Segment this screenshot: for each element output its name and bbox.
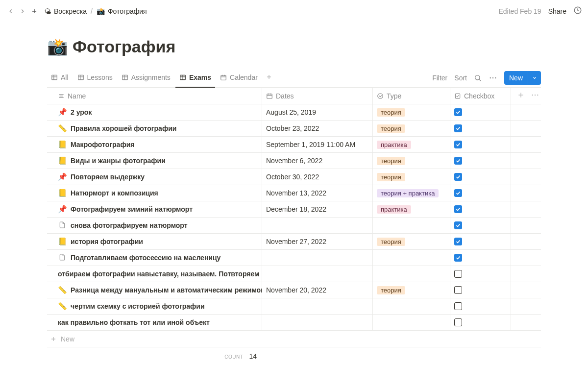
cell-checkbox[interactable] — [450, 250, 511, 266]
cell-dates[interactable]: September 1, 2019 11:00 AM — [262, 137, 372, 152]
table-row[interactable]: как правильно фоткать тот или иной объек… — [47, 315, 541, 331]
add-row-button[interactable]: New — [47, 331, 541, 347]
filter-button[interactable]: Filter — [432, 74, 447, 82]
table-row[interactable]: 📌Повторяем выдержкуOctober 30, 2022теори… — [47, 169, 541, 185]
cell-name[interactable]: 📌Повторяем выдержку — [47, 172, 262, 181]
cell-name[interactable]: как правильно фоткать тот или иной объек… — [47, 318, 262, 326]
cell-checkbox[interactable] — [450, 201, 511, 217]
column-header-type[interactable]: Type — [372, 88, 450, 104]
type-tag[interactable]: теория — [377, 286, 405, 294]
column-header-name[interactable]: Name — [47, 92, 262, 100]
cell-checkbox[interactable] — [450, 315, 511, 330]
type-tag[interactable]: практика — [377, 141, 411, 149]
cell-checkbox[interactable] — [450, 218, 511, 233]
new-button-chevron[interactable] — [528, 71, 541, 85]
column-header-dates[interactable]: Dates — [262, 88, 372, 104]
view-tab-assignments[interactable]: Assignments — [118, 69, 174, 88]
checkbox[interactable] — [454, 205, 462, 213]
cell-checkbox[interactable] — [450, 298, 511, 314]
more-icon[interactable] — [489, 73, 497, 82]
cell-checkbox[interactable] — [450, 185, 511, 201]
table-row[interactable]: 📒МакрофотографияSeptember 1, 2019 11:00 … — [47, 137, 541, 153]
type-tag[interactable]: теория — [377, 238, 405, 246]
cell-type[interactable]: теория — [372, 282, 450, 298]
cell-type[interactable]: теория + практика — [372, 185, 450, 201]
cell-name[interactable]: снова фотографируем натюрморт — [47, 221, 262, 230]
cell-type[interactable] — [372, 298, 450, 314]
cell-dates[interactable]: November 6, 2022 — [262, 153, 372, 169]
cell-type[interactable]: теория — [372, 234, 450, 249]
checkbox[interactable] — [454, 270, 462, 278]
checkbox[interactable] — [454, 108, 462, 116]
cell-name[interactable]: Подготавливаем фотосессию на масленицу — [47, 253, 262, 263]
table-row[interactable]: 📌Фотографируем зимний натюрмортDecember … — [47, 201, 541, 218]
table-row[interactable]: 📒история фотографииNovember 27, 2022теор… — [47, 234, 541, 250]
sort-button[interactable]: Sort — [454, 74, 467, 82]
cell-checkbox[interactable] — [450, 282, 511, 298]
cell-name[interactable]: 📏Правила хорошей фотографии — [47, 124, 262, 133]
cell-name[interactable]: 📒Натюрморт и композиция — [47, 189, 262, 197]
new-button[interactable]: New — [504, 71, 541, 85]
cell-dates[interactable] — [262, 266, 372, 282]
share-button[interactable]: Share — [548, 7, 566, 15]
new-tab-button[interactable] — [29, 6, 39, 16]
cell-dates[interactable] — [262, 298, 372, 314]
checkbox[interactable] — [454, 318, 462, 326]
cell-type[interactable]: теория — [372, 121, 450, 136]
checkbox[interactable] — [454, 189, 462, 197]
column-header-checkbox[interactable]: Checkbox — [450, 88, 511, 104]
cell-type[interactable] — [372, 218, 450, 233]
breadcrumb[interactable]: 🌤 Воскреска / 📸 Фотография — [44, 7, 147, 15]
cell-checkbox[interactable] — [450, 169, 511, 185]
checkbox[interactable] — [454, 173, 462, 181]
cell-checkbox[interactable] — [450, 104, 511, 120]
table-row[interactable]: отбираем фотографии навыставку, называем… — [47, 266, 541, 282]
checkbox[interactable] — [454, 221, 462, 229]
cell-dates[interactable] — [262, 250, 372, 266]
cell-name[interactable]: 📒Макрофотография — [47, 140, 262, 149]
cell-checkbox[interactable] — [450, 153, 511, 169]
column-options-button[interactable] — [531, 91, 539, 101]
count-cell[interactable]: COUNT 14 — [47, 352, 262, 360]
table-row[interactable]: 📏Разница между мануальным и автоматическ… — [47, 282, 541, 298]
cell-name[interactable]: 📒история фотографии — [47, 237, 262, 246]
cell-dates[interactable]: December 18, 2022 — [262, 201, 372, 217]
type-tag[interactable]: теория — [377, 108, 405, 117]
updates-icon[interactable] — [573, 6, 582, 16]
page-title[interactable]: 📸 Фотография — [47, 37, 541, 56]
cell-checkbox[interactable] — [450, 121, 511, 136]
cell-type[interactable] — [372, 266, 450, 282]
type-tag[interactable]: теория — [377, 157, 405, 165]
cell-type[interactable]: теория — [372, 153, 450, 169]
checkbox[interactable] — [454, 254, 462, 262]
view-tab-all[interactable]: All — [47, 69, 73, 88]
table-row[interactable]: 📒Натюрморт и композицияNovember 13, 2022… — [47, 185, 541, 201]
table-row[interactable]: 📏чертим схемку с историей фотографии — [47, 298, 541, 315]
cell-dates[interactable]: November 20, 2022 — [262, 282, 372, 298]
cell-dates[interactable]: August 25, 2019 — [262, 104, 372, 120]
cell-name[interactable]: 📌2 урок — [47, 108, 262, 117]
type-tag[interactable]: теория — [377, 124, 405, 133]
nav-back-button[interactable] — [6, 6, 16, 16]
checkbox[interactable] — [454, 238, 462, 245]
add-view-button[interactable] — [263, 73, 275, 82]
cell-type[interactable] — [372, 315, 450, 330]
view-tab-calendar[interactable]: Calendar — [216, 69, 262, 88]
cell-name[interactable]: 📒Виды и жанры фотографии — [47, 156, 262, 165]
checkbox[interactable] — [454, 286, 462, 294]
cell-checkbox[interactable] — [450, 137, 511, 152]
cell-checkbox[interactable] — [450, 266, 511, 282]
cell-dates[interactable] — [262, 315, 372, 330]
type-tag[interactable]: теория + практика — [377, 189, 439, 197]
cell-name[interactable]: 📏чертим схемку с историей фотографии — [47, 302, 262, 311]
table-row[interactable]: снова фотографируем натюрморт — [47, 218, 541, 234]
checkbox[interactable] — [454, 157, 462, 165]
type-tag[interactable]: практика — [377, 205, 411, 214]
table-row[interactable]: 📌2 урокAugust 25, 2019теория — [47, 104, 541, 121]
cell-type[interactable]: практика — [372, 137, 450, 152]
cell-type[interactable]: практика — [372, 201, 450, 217]
table-row[interactable]: 📒Виды и жанры фотографииNovember 6, 2022… — [47, 153, 541, 169]
type-tag[interactable]: теория — [377, 173, 405, 181]
search-icon[interactable] — [474, 74, 482, 82]
table-row[interactable]: Подготавливаем фотосессию на масленицу — [47, 250, 541, 266]
